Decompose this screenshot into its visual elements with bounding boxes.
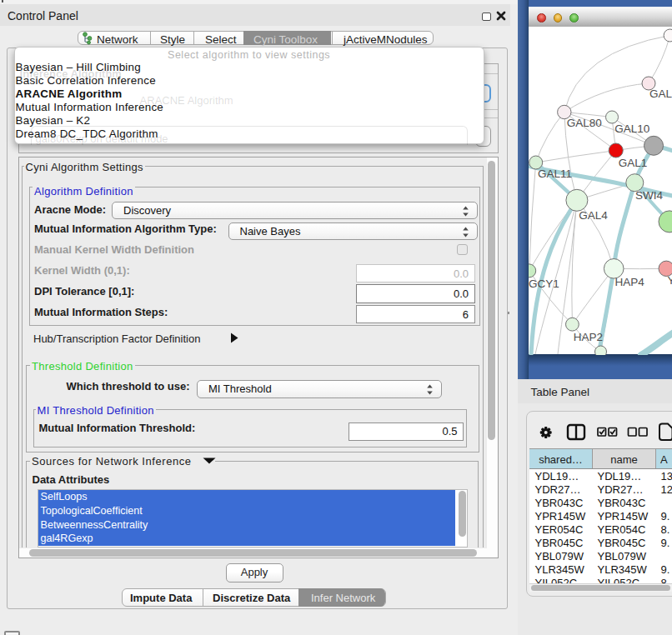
svg-text:Y: Y bbox=[668, 273, 672, 286]
svg-text:GAL1: GAL1 bbox=[619, 156, 648, 168]
svg-text:GAL80: GAL80 bbox=[567, 116, 602, 128]
svg-text:GAL10: GAL10 bbox=[614, 122, 649, 134]
svg-text:HAP2: HAP2 bbox=[574, 330, 603, 342]
svg-text:GAL11: GAL11 bbox=[538, 168, 572, 180]
svg-text:GAL4: GAL4 bbox=[579, 209, 608, 222]
svg-text:SWI4: SWI4 bbox=[635, 188, 663, 201]
svg-text:GAL: GAL bbox=[649, 87, 672, 99]
svg-text:HAP4: HAP4 bbox=[615, 275, 645, 288]
svg-text:GCY1: GCY1 bbox=[529, 278, 559, 290]
